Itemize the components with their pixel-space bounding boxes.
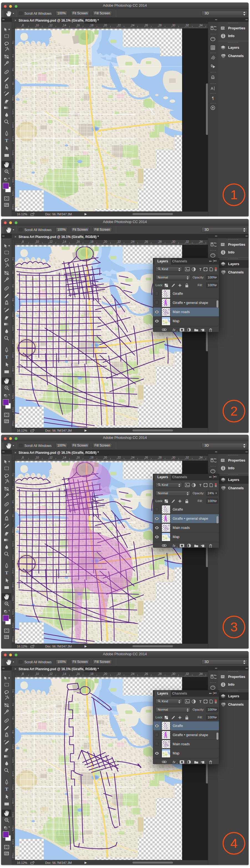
svg-text:fx: fx: [173, 328, 176, 332]
svg-text:¶: ¶: [212, 96, 214, 100]
svg-text:3: 3: [230, 619, 238, 634]
svg-text:T: T: [5, 786, 8, 792]
svg-text:fx: fx: [173, 760, 176, 764]
svg-text:2: 2: [230, 404, 238, 418]
svg-text:fx: fx: [173, 544, 176, 548]
svg-text:T: T: [199, 483, 201, 487]
svg-text:T: T: [5, 138, 8, 143]
svg-text:1: 1: [230, 187, 238, 202]
svg-text:T: T: [199, 267, 201, 272]
svg-text:4: 4: [230, 836, 238, 850]
svg-text:T: T: [199, 700, 201, 704]
svg-text:A: A: [211, 86, 213, 91]
svg-text:T: T: [5, 354, 8, 360]
svg-text:T: T: [5, 570, 8, 576]
